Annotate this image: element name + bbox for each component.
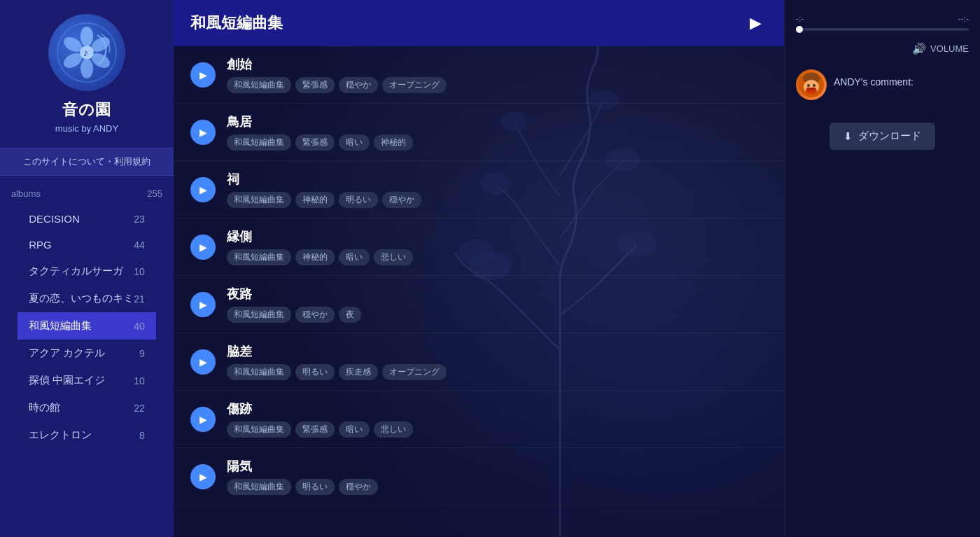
album-title: 和風短編曲集 <box>190 13 283 34</box>
sidebar-item-和風短編曲集[interactable]: 和風短編曲集40 <box>18 312 156 340</box>
tag[interactable]: 和風短編曲集 <box>227 192 291 208</box>
tag[interactable]: 暗い <box>339 421 370 438</box>
track-row: ▶ 陽気 和風短編曲集明るい穏やか <box>174 448 784 505</box>
sidebar-item-夏の恋、いつものキミ[interactable]: 夏の恋、いつものキミ21 <box>18 285 156 312</box>
album-count: 8 <box>139 430 145 441</box>
main-header: 和風短編曲集 ▶ <box>174 0 784 46</box>
track-play-button[interactable]: ▶ <box>190 235 216 260</box>
tag[interactable]: 和風短編曲集 <box>227 77 291 93</box>
track-play-button[interactable]: ▶ <box>190 62 216 88</box>
tag[interactable]: 神秘的 <box>295 192 335 208</box>
tag[interactable]: 明るい <box>295 364 335 380</box>
sidebar-item-探偵 中園エイジ[interactable]: 探偵 中園エイジ10 <box>18 367 156 394</box>
commenter-avatar <box>796 69 827 100</box>
track-tags: 和風短編曲集神秘的暗い悲しい <box>227 249 413 265</box>
comment-section: ANDY's comment: <box>796 69 969 100</box>
tag[interactable]: 神秘的 <box>295 249 335 265</box>
album-count: 44 <box>134 239 145 251</box>
progress-bar[interactable] <box>796 28 969 31</box>
tag[interactable]: 明るい <box>339 192 378 208</box>
track-play-button[interactable]: ▶ <box>190 120 216 145</box>
album-name: 時の館 <box>29 401 60 414</box>
track-play-button[interactable]: ▶ <box>190 292 216 317</box>
tag[interactable]: 神秘的 <box>374 134 413 151</box>
track-play-button[interactable]: ▶ <box>190 177 216 202</box>
track-info: 陽気 和風短編曲集明るい穏やか <box>227 458 378 495</box>
tag[interactable]: 緊張感 <box>295 134 335 151</box>
svg-point-23 <box>811 88 816 90</box>
comment-text: ANDY's comment: <box>834 69 913 88</box>
tag[interactable]: 和風短編曲集 <box>227 307 291 323</box>
progress-thumb <box>796 26 803 33</box>
sidebar-item-DECISION[interactable]: DECISION23 <box>18 206 156 232</box>
play-all-button[interactable]: ▶ <box>744 11 767 35</box>
volume-section: 🔊 VOLUME <box>796 42 969 55</box>
track-info: 夜路 和風短編曲集穏やか夜 <box>227 286 361 323</box>
track-title: 陽気 <box>227 458 378 475</box>
album-name: RPG <box>29 239 52 251</box>
tag[interactable]: 悲しい <box>374 421 413 438</box>
svg-text:♪: ♪ <box>83 47 88 58</box>
tag[interactable]: 穏やか <box>339 479 378 495</box>
album-count: 9 <box>139 348 145 359</box>
tag[interactable]: 暗い <box>339 249 370 265</box>
tag[interactable]: 緊張感 <box>295 77 335 93</box>
tag[interactable]: 和風短編曲集 <box>227 479 291 495</box>
albums-list: DECISION23RPG44タクティカルサーガ10夏の恋、いつものキミ21和風… <box>18 206 156 449</box>
albums-label: albums <box>11 188 41 199</box>
svg-point-1 <box>80 27 93 46</box>
tag[interactable]: 和風短編曲集 <box>227 249 291 265</box>
tag[interactable]: オープニング <box>382 77 447 93</box>
download-label: ダウンロード <box>858 130 921 143</box>
track-tags: 和風短編曲集神秘的明るい穏やか <box>227 192 421 208</box>
sidebar-item-時の館[interactable]: 時の館22 <box>18 394 156 421</box>
tag[interactable]: 穏やか <box>295 307 335 323</box>
tag[interactable]: 緊張感 <box>295 421 335 438</box>
track-row: ▶ 夜路 和風短編曲集穏やか夜 <box>174 276 784 333</box>
track-play-button[interactable]: ▶ <box>190 407 216 432</box>
sidebar-item-RPG[interactable]: RPG44 <box>18 232 156 258</box>
albums-count: 255 <box>147 188 162 199</box>
tag[interactable]: 暗い <box>339 134 370 151</box>
album-count: 23 <box>134 214 145 225</box>
about-link[interactable]: このサイトについて・利用規約 <box>0 148 174 176</box>
tag[interactable]: 穏やか <box>339 77 378 93</box>
tag[interactable]: 夜 <box>339 307 361 323</box>
svg-point-4 <box>80 59 93 78</box>
track-play-button[interactable]: ▶ <box>190 464 216 489</box>
album-name: 和風短編曲集 <box>29 319 92 333</box>
tag[interactable]: 疾走感 <box>339 364 378 380</box>
tag[interactable]: オープニング <box>382 364 447 380</box>
svg-point-19 <box>807 84 810 87</box>
svg-point-20 <box>813 84 816 87</box>
tag[interactable]: 和風短編曲集 <box>227 364 291 380</box>
site-subtitle: music by ANDY <box>55 123 118 134</box>
sidebar-item-アクア カクテル[interactable]: アクア カクテル9 <box>18 340 156 367</box>
track-tags: 和風短編曲集緊張感暗い悲しい <box>227 421 413 438</box>
download-button[interactable]: ⬇ ダウンロード <box>830 123 935 150</box>
tag[interactable]: 和風短編曲集 <box>227 421 291 438</box>
volume-icon: 🔊 <box>912 42 926 55</box>
track-tags: 和風短編曲集緊張感暗い神秘的 <box>227 134 413 151</box>
download-icon: ⬇ <box>844 130 853 143</box>
sidebar-item-エレクトロン[interactable]: エレクトロン8 <box>18 421 156 449</box>
sidebar-item-タクティカルサーガ[interactable]: タクティカルサーガ10 <box>18 258 156 285</box>
album-count: 21 <box>134 293 145 305</box>
album-name: DECISION <box>29 213 80 225</box>
track-info: 脇差 和風短編曲集明るい疾走感オープニング <box>227 343 447 380</box>
time-total: --:- <box>958 14 969 24</box>
progress-section: -:- --:- <box>796 14 969 31</box>
right-panel: -:- --:- 🔊 VOLUME <box>784 0 980 537</box>
track-row: ▶ 祠 和風短編曲集神秘的明るい穏やか <box>174 161 784 218</box>
track-title: 祠 <box>227 171 421 188</box>
albums-header: albums 255 <box>0 184 174 203</box>
track-info: 傷跡 和風短編曲集緊張感暗い悲しい <box>227 400 413 438</box>
tag[interactable]: 明るい <box>295 479 335 495</box>
tag[interactable]: 和風短編曲集 <box>227 134 291 151</box>
album-name: エレクトロン <box>29 428 92 442</box>
tag[interactable]: 悲しい <box>374 249 413 265</box>
track-row: ▶ 縁側 和風短編曲集神秘的暗い悲しい <box>174 218 784 276</box>
track-play-button[interactable]: ▶ <box>190 349 216 375</box>
tag[interactable]: 穏やか <box>382 192 421 208</box>
track-title: 縁側 <box>227 228 413 245</box>
